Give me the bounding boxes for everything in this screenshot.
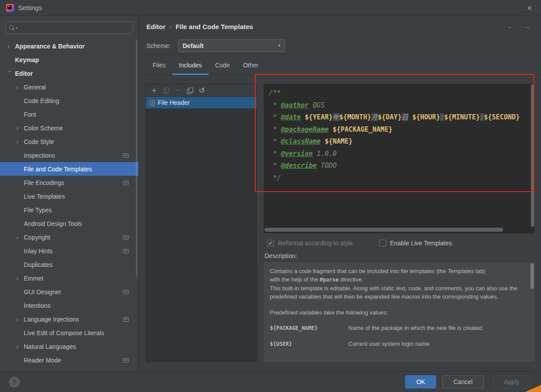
sidebar-item-label: General: [24, 84, 46, 91]
sidebar-item-code-style[interactable]: ›Code Style: [0, 135, 138, 148]
cancel-button[interactable]: Cancel: [442, 375, 484, 388]
sidebar-item-keymap[interactable]: Keymap: [0, 53, 138, 67]
variable-row: ${PACKAGE_NAME}Name of the package in wh…: [270, 324, 523, 333]
reset-template-button[interactable]: ↺: [196, 85, 208, 96]
sidebar-item-label: Emmet: [24, 275, 43, 282]
variable-name: ${USER}: [270, 340, 348, 348]
variable-row: ${USER}Current user system login name: [270, 340, 523, 348]
sidebar-item-appearance-behavior[interactable]: ›Appearance & Behavior: [0, 39, 138, 53]
add-template-button[interactable]: +: [148, 85, 160, 96]
sidebar-item-label: File and Code Templates: [24, 166, 92, 173]
chevron-right-icon[interactable]: ›: [16, 233, 24, 241]
sidebar-item-android-design-tools[interactable]: Android Design Tools: [0, 217, 138, 230]
sidebar-item-file-and-code-templates[interactable]: File and Code Templates: [0, 162, 138, 176]
template-editor[interactable]: /** * @author QGS * @date ${YEAR}年${MONT…: [264, 84, 535, 233]
scheme-label: Scheme:: [146, 42, 171, 49]
tab-includes[interactable]: Includes: [172, 62, 209, 74]
editor-vscrollbar[interactable]: [531, 85, 534, 227]
code-line: * @packageName ${PACKAGE_NAME}: [269, 124, 529, 136]
sidebar-item-copyright[interactable]: ›Copyright: [0, 230, 138, 244]
sidebar-item-label: Language Injections: [24, 316, 79, 323]
forward-icon[interactable]: →: [523, 22, 530, 31]
editor-hscrollbar[interactable]: [265, 228, 503, 232]
spacer: [270, 301, 523, 308]
code-line: * @version 1.0.0: [269, 148, 529, 160]
sidebar-item-label: Inlay Hints: [24, 248, 52, 255]
sidebar-item-label: File Encodings: [24, 179, 64, 186]
search-icon: [9, 25, 15, 30]
sidebar-item-label: Color Scheme: [24, 125, 63, 132]
description-scrollbar[interactable]: [530, 263, 534, 289]
sidebar-item-intentions[interactable]: Intentions: [0, 299, 138, 312]
sidebar-item-inlay-hints[interactable]: Inlay Hints: [0, 244, 138, 258]
description-paragraph-3: Predefined variables take the following …: [270, 308, 523, 317]
file-icon: [150, 100, 155, 106]
chevron-down-icon[interactable]: ›: [7, 70, 14, 78]
search-input[interactable]: ▾: [5, 22, 133, 34]
sidebar-item-live-templates[interactable]: Live Templates: [0, 189, 138, 203]
sidebar: ▾ ›Appearance & BehaviorKeymap›Editor›Ge…: [0, 16, 139, 371]
tab-other[interactable]: Other: [236, 62, 265, 74]
chevron-down-icon: ▾: [278, 43, 281, 48]
code-line: /**: [269, 87, 529, 100]
chevron-right-icon[interactable]: ›: [16, 315, 24, 323]
monitor-icon: [123, 317, 129, 322]
template-detail-column: /** * @author QGS * @date ${YEAR}年${MONT…: [264, 84, 535, 362]
sidebar-item-label: Font: [24, 111, 36, 118]
sidebar-item-language-injections[interactable]: ›Language Injections: [0, 312, 138, 326]
sidebar-item-reader-mode[interactable]: Reader Mode: [0, 353, 138, 367]
remove-template-button: −: [172, 85, 184, 96]
scheme-dropdown[interactable]: Default ▾: [178, 39, 285, 52]
settings-tree: ›Appearance & BehaviorKeymap›Editor›Gene…: [0, 39, 138, 367]
sidebar-item-live-edit-of-compose-literals[interactable]: Live Edit of Compose Literals: [0, 326, 138, 340]
sidebar-item-label: Android Design Tools: [24, 220, 82, 227]
close-icon[interactable]: ×: [524, 3, 535, 13]
sidebar-item-general[interactable]: ›General: [0, 80, 138, 94]
tab-files[interactable]: Files: [146, 62, 172, 74]
help-button[interactable]: ?: [9, 377, 20, 388]
sidebar-item-duplicates[interactable]: Duplicates: [0, 258, 138, 271]
reset-icon: ↺: [198, 87, 205, 94]
chevron-right-icon[interactable]: ›: [16, 83, 24, 91]
template-list: File Header: [146, 97, 257, 362]
app-icon: [6, 4, 14, 12]
main-panel: Editor › File and Code Templates ← → Sch…: [139, 16, 541, 371]
breadcrumb-parent[interactable]: Editor: [146, 23, 165, 30]
sidebar-item-code-editing[interactable]: Code Editing: [0, 94, 138, 107]
settings-dialog: Settings × ▾ ›Appearance & BehaviorKeyma…: [0, 0, 541, 392]
sidebar-item-font[interactable]: Font: [0, 107, 138, 121]
sidebar-scrollbar[interactable]: [136, 40, 138, 277]
sidebar-item-label: Copyright: [24, 234, 50, 241]
minus-icon: −: [176, 87, 180, 94]
back-icon[interactable]: ←: [507, 22, 515, 31]
chevron-right-icon[interactable]: ›: [7, 42, 15, 50]
sidebar-item-color-scheme[interactable]: ›Color Scheme: [0, 121, 138, 135]
sidebar-item-natural-languages[interactable]: ›Natural Languages: [0, 340, 138, 353]
live-templates-checkbox[interactable]: Enable Live Templates: [379, 240, 452, 247]
ok-button[interactable]: OK: [405, 375, 436, 388]
sidebar-item-file-types[interactable]: File Types: [0, 203, 138, 217]
sidebar-item-file-encodings[interactable]: File Encodings: [0, 176, 138, 189]
sidebar-item-editor[interactable]: ›Editor: [0, 67, 138, 80]
code-line: * @className ${NAME}: [269, 136, 529, 148]
template-item-label: File Header: [158, 99, 190, 106]
chevron-right-icon[interactable]: ›: [16, 343, 24, 350]
description-box: Contains a code fragment that can be inc…: [264, 262, 535, 362]
chevron-right-icon[interactable]: ›: [16, 274, 24, 282]
sidebar-item-inspections[interactable]: Inspections: [0, 148, 138, 162]
scheme-row: Scheme: Default ▾: [139, 37, 541, 55]
sidebar-item-label: Code Style: [24, 138, 54, 145]
monitor-icon: [123, 153, 129, 158]
duplicate-template-button[interactable]: [184, 85, 196, 96]
variables-table: ${PACKAGE_NAME}Name of the package in wh…: [270, 324, 523, 348]
scheme-value: Default: [183, 42, 203, 49]
reformat-checkbox: ✓ Reformat according to style: [267, 240, 353, 247]
sidebar-item-gui-designer[interactable]: GUI Designer: [0, 285, 138, 299]
title-bar: Settings ×: [0, 0, 541, 16]
template-item-file-header[interactable]: File Header: [146, 97, 257, 108]
tab-code[interactable]: Code: [209, 62, 236, 74]
chevron-right-icon[interactable]: ›: [16, 138, 24, 145]
sidebar-item-label: Duplicates: [24, 261, 52, 268]
chevron-right-icon[interactable]: ›: [16, 124, 24, 132]
sidebar-item-emmet[interactable]: ›Emmet: [0, 271, 138, 285]
